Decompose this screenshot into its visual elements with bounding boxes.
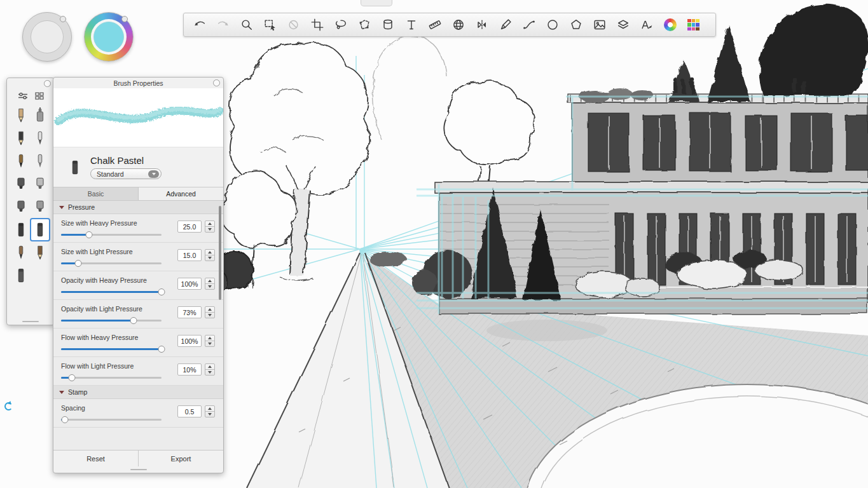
value-field[interactable]: 100% <box>177 278 202 290</box>
slider-thumb[interactable] <box>130 317 137 324</box>
tab-advanced[interactable]: Advanced <box>139 187 223 200</box>
stepper-down-button[interactable] <box>205 341 214 346</box>
ruler-tool-button[interactable] <box>423 14 446 36</box>
slider-thumb[interactable] <box>158 346 165 353</box>
value-field[interactable]: 10% <box>177 363 202 376</box>
lettering-tool-button[interactable] <box>635 14 658 36</box>
stepper-down-button[interactable] <box>205 312 214 318</box>
stepper-down-button[interactable] <box>205 226 214 232</box>
brush-chalk-pastel[interactable] <box>31 219 50 241</box>
stepper-up-button[interactable] <box>205 336 214 341</box>
crop-tool-button[interactable] <box>305 14 329 36</box>
color-puck-ring[interactable] <box>91 19 127 55</box>
stepper-up-button[interactable] <box>205 278 214 283</box>
stepper-down-button[interactable] <box>205 283 214 289</box>
zoom-tool-button[interactable] <box>235 14 258 36</box>
undo-button[interactable] <box>188 14 211 36</box>
brush-chisel-marker[interactable] <box>31 173 50 195</box>
brush-smudge[interactable] <box>11 241 31 264</box>
steady-stroke-tool-button[interactable] <box>493 14 517 36</box>
stepper-down-button[interactable] <box>205 411 214 417</box>
deselect-button[interactable] <box>282 14 305 36</box>
tab-basic[interactable]: Basic <box>53 187 139 200</box>
slider-track[interactable] <box>61 262 162 264</box>
brush-properties-titlebar[interactable]: Brush Properties <box>53 78 223 88</box>
brush-palette-resize-handle[interactable] <box>7 318 54 325</box>
brush-palette-menu-button[interactable] <box>44 80 51 87</box>
settings-scrollbar[interactable] <box>219 206 221 300</box>
stepper-down-button[interactable] <box>205 369 214 375</box>
slider-track[interactable] <box>61 419 162 421</box>
stepper-up-button[interactable] <box>205 250 214 255</box>
brush-broad-marker[interactable] <box>31 196 50 218</box>
polyline-select-tool-button[interactable] <box>352 14 376 36</box>
value-field[interactable]: 25.0 <box>177 220 202 233</box>
slider-thumb[interactable] <box>158 288 165 295</box>
brush-properties-resize-handle[interactable] <box>53 466 223 473</box>
symmetry-tool-button[interactable] <box>470 14 493 36</box>
brush-type-dropdown[interactable]: Standard <box>90 168 162 179</box>
toolbar-collapse-handle[interactable] <box>361 0 392 6</box>
slider-thumb[interactable] <box>86 231 93 238</box>
value-field[interactable]: 15.0 <box>177 249 202 261</box>
brush-pastel-pencil[interactable] <box>31 241 50 264</box>
shapes-tool-button[interactable] <box>564 14 588 36</box>
brush-properties-menu-button[interactable] <box>213 79 220 86</box>
slider-thumb[interactable] <box>62 416 69 423</box>
color-puck[interactable] <box>84 12 134 62</box>
stepper-up-button[interactable] <box>205 307 214 312</box>
brush-ink-pen[interactable] <box>11 127 31 149</box>
brush-library-icon[interactable] <box>35 92 44 100</box>
perspective-guide-tool-button[interactable] <box>446 14 470 36</box>
ellipse-tool-button[interactable] <box>541 14 564 36</box>
color-puck-pin-icon[interactable] <box>121 16 128 22</box>
sync-spinner-icon <box>4 402 13 410</box>
redo-button[interactable] <box>211 14 235 36</box>
brush-puck-surface[interactable] <box>31 20 64 53</box>
reset-button[interactable]: Reset <box>53 451 138 466</box>
brush-paintbrush[interactable] <box>31 127 50 149</box>
lasso-tool-button[interactable] <box>329 14 352 36</box>
slider-track[interactable] <box>61 291 162 293</box>
brush-settings-icon[interactable] <box>18 92 28 100</box>
stepper-up-button[interactable] <box>205 406 214 411</box>
color-wheel-button[interactable] <box>658 14 682 36</box>
import-image-tool-button[interactable] <box>588 14 611 36</box>
stepper-up-button[interactable] <box>205 364 214 369</box>
value-field[interactable]: 100% <box>177 335 202 347</box>
export-button[interactable]: Export <box>138 451 223 466</box>
select-tool-button[interactable] <box>258 14 282 36</box>
fill-tool-button[interactable] <box>376 14 399 36</box>
stepper-up-button[interactable] <box>205 221 214 226</box>
slider-track[interactable] <box>61 234 162 236</box>
current-color-swatch[interactable] <box>93 22 124 52</box>
brush-eraser[interactable] <box>11 264 31 287</box>
slider-track[interactable] <box>61 348 162 350</box>
slider-thumb[interactable] <box>74 260 81 267</box>
section-header-pressure[interactable]: Pressure <box>53 201 223 214</box>
slider-track[interactable] <box>61 377 162 379</box>
stepper-down-button[interactable] <box>205 255 214 261</box>
value-field[interactable]: 73% <box>177 306 202 318</box>
color-palette-button[interactable] <box>682 14 705 36</box>
brush-puck-pin-icon[interactable] <box>60 16 66 22</box>
slider-thumb[interactable] <box>69 374 76 381</box>
brush-charcoal[interactable] <box>11 219 31 241</box>
brush-palette-titlebar[interactable] <box>7 78 54 89</box>
collapse-triangle-icon <box>59 206 64 209</box>
chevron-down-icon <box>148 170 159 178</box>
slider-track[interactable] <box>61 320 162 322</box>
brush-pencil[interactable] <box>11 104 31 126</box>
section-header-stamp[interactable]: Stamp <box>53 386 223 399</box>
predictive-stroke-tool-button[interactable] <box>517 14 541 36</box>
setting-opacity-with-light-pressure: Opacity with Light Pressure73% <box>53 300 223 329</box>
brush-flat-marker[interactable] <box>11 196 31 218</box>
layers-tool-button[interactable] <box>611 14 635 36</box>
brush-fountain-pen[interactable] <box>11 150 31 172</box>
brush-airbrush[interactable] <box>31 104 50 126</box>
brush-round-brush[interactable] <box>31 150 50 172</box>
text-tool-button[interactable] <box>399 14 423 36</box>
brush-marker[interactable] <box>11 173 31 195</box>
value-field[interactable]: 0.5 <box>177 405 202 417</box>
brush-puck[interactable] <box>22 12 72 62</box>
